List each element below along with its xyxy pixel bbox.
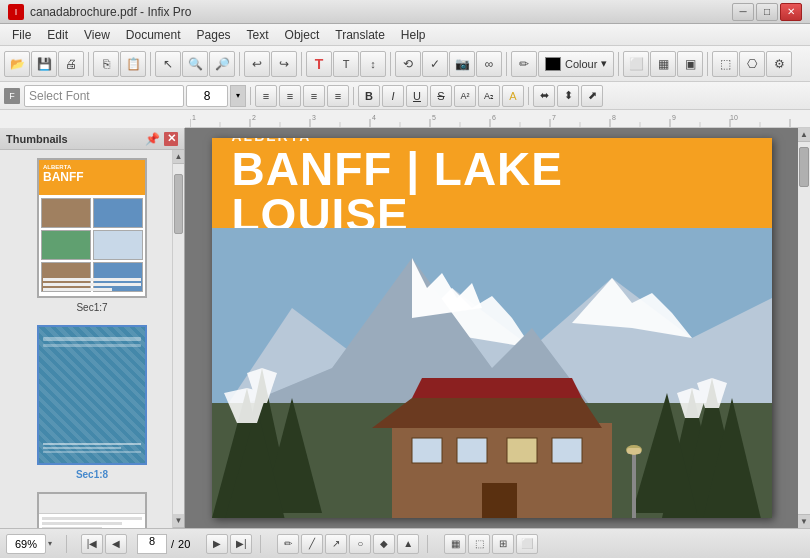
menu-document[interactable]: Document xyxy=(118,26,189,44)
current-page-input[interactable]: 8 xyxy=(137,534,167,554)
prev-page-button[interactable]: ◀ xyxy=(105,534,127,554)
underline-button[interactable]: U xyxy=(406,85,428,107)
close-button[interactable]: ✕ xyxy=(780,3,802,21)
first-page-button[interactable]: |◀ xyxy=(81,534,103,554)
export-tool[interactable]: ⬚ xyxy=(468,534,490,554)
minimize-button[interactable]: ─ xyxy=(732,3,754,21)
font-selector[interactable]: Select Font xyxy=(24,85,184,107)
zoom-in-button[interactable]: 🔍 xyxy=(182,51,208,77)
svg-text:9: 9 xyxy=(672,114,676,121)
menu-view[interactable]: View xyxy=(76,26,118,44)
menu-edit[interactable]: Edit xyxy=(39,26,76,44)
colour-swatch xyxy=(545,57,561,71)
shape-tool[interactable]: ○ xyxy=(349,534,371,554)
camera-button[interactable]: 📷 xyxy=(449,51,475,77)
thumb-photo xyxy=(93,198,143,228)
zoom-out-button[interactable]: 🔎 xyxy=(209,51,235,77)
paste-button[interactable]: 📋 xyxy=(120,51,146,77)
pdf-title: BANFF | LAKE LOUISE xyxy=(232,146,752,238)
zoom-dropdown-button[interactable]: ▾ xyxy=(48,539,52,548)
window-title: canadabrochure.pdf - Infix Pro xyxy=(30,5,732,19)
copy-button[interactable]: ⎘ xyxy=(93,51,119,77)
next-page-button[interactable]: ▶ xyxy=(206,534,228,554)
text-tool[interactable]: T xyxy=(306,51,332,77)
thumbnails-panel: Thumbnails 📌 ✕ ALBERTA BANFF xyxy=(0,128,185,528)
italic-button[interactable]: I xyxy=(382,85,404,107)
scroll-thumb[interactable] xyxy=(174,174,183,234)
scroll-up-arrow[interactable]: ▲ xyxy=(173,150,184,164)
pencil-tool[interactable]: ✏ xyxy=(277,534,299,554)
frame-button[interactable]: ⬜ xyxy=(623,51,649,77)
svg-text:6: 6 xyxy=(492,114,496,121)
resize-tool[interactable]: ↕ xyxy=(360,51,386,77)
colour-button[interactable]: Colour ▾ xyxy=(538,51,614,77)
thumbnail-item-2[interactable]: Sec1:8 xyxy=(8,325,176,480)
action-button[interactable]: ▣ xyxy=(677,51,703,77)
undo-button[interactable]: ↩ xyxy=(244,51,270,77)
layout-tool[interactable]: ⊞ xyxy=(492,534,514,554)
align-left-button[interactable]: ≡ xyxy=(255,85,277,107)
align-right-button[interactable]: ≡ xyxy=(303,85,325,107)
font-icon: F xyxy=(4,88,20,104)
v-scroll-thumb[interactable] xyxy=(799,147,809,187)
page3-preview xyxy=(39,494,145,528)
pen-button[interactable]: ✏ xyxy=(511,51,537,77)
align-center-button[interactable]: ≡ xyxy=(279,85,301,107)
redo-button[interactable]: ↪ xyxy=(271,51,297,77)
arrow-tool[interactable]: ↗ xyxy=(325,534,347,554)
line-tool[interactable]: ╱ xyxy=(301,534,323,554)
scroll-down-arrow[interactable]: ▼ xyxy=(173,514,184,528)
import-button[interactable]: ⎔ xyxy=(739,51,765,77)
highlight-button[interactable]: A xyxy=(502,85,524,107)
last-page-button[interactable]: ▶| xyxy=(230,534,252,554)
find-replace-button[interactable]: ⟲ xyxy=(395,51,421,77)
view-tool[interactable]: ⬜ xyxy=(516,534,538,554)
pointer-tool[interactable]: ↖ xyxy=(155,51,181,77)
pin-button[interactable]: 📌 xyxy=(145,132,160,146)
menu-help[interactable]: Help xyxy=(393,26,434,44)
strikethrough-button[interactable]: S xyxy=(430,85,452,107)
scroll-track[interactable] xyxy=(173,164,184,514)
media-tool[interactable]: ▦ xyxy=(444,534,466,554)
scroll-up-button[interactable]: ▲ xyxy=(798,128,810,142)
thumbnails-close-button[interactable]: ✕ xyxy=(164,132,178,146)
maximize-button[interactable]: □ xyxy=(756,3,778,21)
spell-check-button[interactable]: ✓ xyxy=(422,51,448,77)
menu-translate[interactable]: Translate xyxy=(327,26,393,44)
thumbnails-list: ALBERTA BANFF xyxy=(0,150,184,528)
marker-tool[interactable]: ◆ xyxy=(373,534,395,554)
menu-object[interactable]: Object xyxy=(277,26,328,44)
menu-file[interactable]: File xyxy=(4,26,39,44)
thumbnail-1-preview: ALBERTA BANFF xyxy=(37,158,147,298)
colour-dropdown-icon: ▾ xyxy=(601,57,607,70)
thumbnail-item-3[interactable] xyxy=(8,492,176,528)
layer-button[interactable]: ▦ xyxy=(650,51,676,77)
menu-pages[interactable]: Pages xyxy=(189,26,239,44)
settings-button[interactable]: ⚙ xyxy=(766,51,792,77)
thumbnail-3-preview xyxy=(37,492,147,528)
print-button[interactable]: 🖨 xyxy=(58,51,84,77)
scroll-down-button[interactable]: ▼ xyxy=(798,514,810,528)
save-button[interactable]: 💾 xyxy=(31,51,57,77)
bold-button[interactable]: B xyxy=(358,85,380,107)
image-tool[interactable]: T xyxy=(333,51,359,77)
superscript-button[interactable]: A² xyxy=(454,85,476,107)
fill-tool[interactable]: ▲ xyxy=(397,534,419,554)
font-size-dropdown[interactable]: ▾ xyxy=(230,85,246,107)
font-size-selector[interactable]: 8 xyxy=(186,85,228,107)
open-button[interactable]: 📂 xyxy=(4,51,30,77)
text-indent[interactable]: ⬈ xyxy=(581,85,603,107)
zoom-value[interactable]: 69% xyxy=(6,534,46,554)
link-button[interactable]: ∞ xyxy=(476,51,502,77)
subscript-button[interactable]: A₂ xyxy=(478,85,500,107)
export-button[interactable]: ⬚ xyxy=(712,51,738,77)
page2-preview xyxy=(39,327,145,463)
text-align-center2[interactable]: ⬍ xyxy=(557,85,579,107)
thumbnail-item-1[interactable]: ALBERTA BANFF xyxy=(8,158,176,313)
align-justify-button[interactable]: ≡ xyxy=(327,85,349,107)
v-scroll-track[interactable] xyxy=(798,142,810,514)
menubar: File Edit View Document Pages Text Objec… xyxy=(0,24,810,46)
text-align-left2[interactable]: ⬌ xyxy=(533,85,555,107)
page1-text-lines xyxy=(43,278,141,291)
menu-text[interactable]: Text xyxy=(239,26,277,44)
